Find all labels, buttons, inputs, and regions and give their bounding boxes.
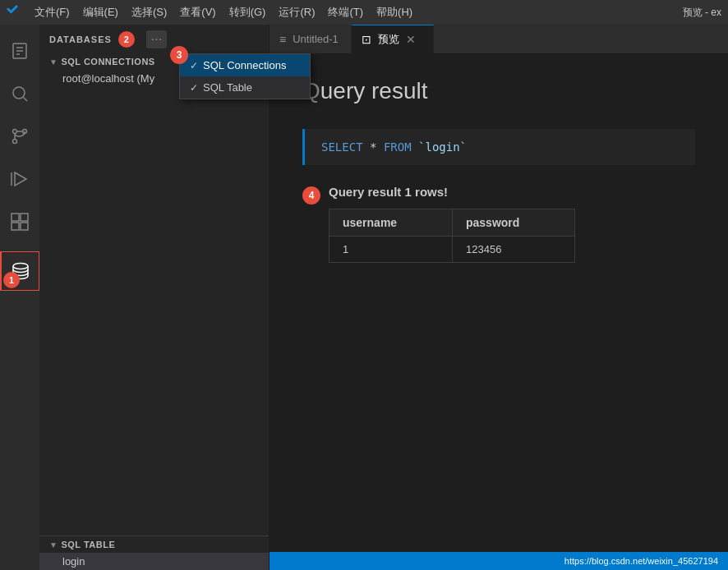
vscode-icon	[7, 4, 20, 21]
activity-explorer[interactable]	[0, 31, 39, 71]
sql-table-name: `login`	[418, 140, 467, 154]
query-result-header: Query result 1 rows!	[329, 185, 575, 199]
query-result-content: Query result 1 rows! username password	[329, 185, 575, 263]
editor-content: Query result SELECT * FROM `login` 4 Que…	[270, 53, 728, 552]
sql-code-box: SELECT * FROM `login`	[302, 129, 695, 165]
tab-preview[interactable]: ⊡ 预览 ✕	[352, 25, 434, 53]
menu-help[interactable]: 帮助(H)	[371, 3, 417, 21]
cell-username: 1	[329, 237, 453, 263]
tab-preview-label: 预览	[378, 32, 399, 47]
svg-rect-14	[21, 223, 28, 230]
svg-rect-13	[12, 223, 19, 230]
activity-database-badge: 1	[3, 272, 20, 288]
activity-bar: 1	[0, 25, 39, 570]
activity-search[interactable]	[0, 74, 39, 113]
sidebar-title: DATABASES	[49, 34, 112, 44]
sql-keyword-select: SELECT	[321, 140, 363, 154]
svg-point-6	[13, 130, 17, 134]
dropdown-item-sql-table[interactable]: ✓ SQL Table	[180, 76, 310, 99]
tab-close-button[interactable]: ✕	[406, 33, 416, 46]
sql-star: *	[370, 140, 384, 154]
sidebar-header-container: DATABASES 2 ··· 3 ✓ SQL Connections ✓	[39, 25, 269, 53]
menu-file[interactable]: 文件(F)	[30, 3, 75, 21]
chevron-connections: ▼	[49, 57, 58, 67]
activity-run[interactable]	[0, 159, 39, 199]
menu-edit[interactable]: 编辑(E)	[78, 3, 123, 21]
table-item-login[interactable]: login	[39, 553, 269, 570]
dropdown-label-sql-connections: SQL Connections	[203, 59, 286, 71]
activity-database[interactable]: 1	[0, 251, 39, 291]
sidebar-header: DATABASES 2 ···	[39, 25, 269, 53]
tab-untitled-label: Untitled-1	[293, 33, 339, 45]
sidebar-badge-2: 2	[118, 31, 135, 48]
tab-untitled-1[interactable]: ≡ Untitled-1	[270, 25, 352, 53]
checkmark-sql-connections: ✓	[190, 60, 198, 71]
table-row: 1 123456	[329, 237, 575, 263]
statusbar: https://blog.csdn.net/weixin_45627194	[270, 552, 728, 570]
menu-select[interactable]: 选择(S)	[127, 3, 172, 21]
content-area: ≡ Untitled-1 ⊡ 预览 ✕ Query result SELECT …	[270, 25, 728, 570]
svg-marker-9	[15, 172, 26, 186]
svg-point-4	[13, 87, 25, 99]
sidebar-bottom: ▼ SQL TABLE login	[39, 536, 269, 570]
menu-bar: 文件(F) 编辑(E) 选择(S) 查看(V) 转到(G) 运行(R) 终端(T…	[30, 3, 417, 21]
tab-untitled-icon: ≡	[279, 33, 286, 46]
sidebar-dropdown-menu: 3 ✓ SQL Connections ✓ SQL Table	[179, 53, 311, 99]
sidebar: DATABASES 2 ··· 3 ✓ SQL Connections ✓	[39, 25, 270, 570]
menu-run[interactable]: 运行(R)	[274, 3, 320, 21]
sql-keyword-from: FROM	[384, 140, 412, 154]
dropdown-label-sql-table: SQL Table	[203, 81, 252, 94]
col-header-password: password	[452, 209, 574, 237]
menu-view[interactable]: 查看(V)	[175, 3, 220, 21]
preview-panel: Query result SELECT * FROM `login` 4 Que…	[270, 53, 728, 297]
checkmark-sql-table: ✓	[190, 82, 198, 94]
svg-point-15	[13, 264, 28, 269]
titlebar: 文件(F) 编辑(E) 选择(S) 查看(V) 转到(G) 运行(R) 终端(T…	[0, 0, 728, 25]
svg-line-5	[24, 98, 28, 102]
sql-table-section[interactable]: ▼ SQL TABLE	[39, 536, 269, 553]
result-table: username password 1 123456	[329, 209, 575, 263]
menu-goto[interactable]: 转到(G)	[224, 3, 271, 21]
sql-table-label: SQL TABLE	[61, 540, 115, 549]
step-badge-3: 3	[170, 46, 188, 64]
svg-point-8	[13, 140, 17, 144]
statusbar-link[interactable]: https://blog.csdn.net/weixin_45627194	[564, 556, 718, 566]
main-layout: 1 DATABASES 2 ··· 3 ✓ SQL Connect	[0, 25, 728, 570]
svg-rect-11	[12, 214, 19, 221]
activity-extensions[interactable]	[0, 202, 39, 241]
tabs-bar: ≡ Untitled-1 ⊡ 预览 ✕	[270, 25, 728, 53]
tab-preview-icon: ⊡	[362, 33, 371, 46]
sql-connections-label: SQL CONNECTIONS	[61, 57, 154, 67]
menu-terminal[interactable]: 终端(T)	[323, 3, 368, 21]
titlebar-right-text: 预览 - ex	[683, 6, 721, 20]
preview-title: Query result	[302, 78, 695, 104]
sidebar-more-button[interactable]: ···	[146, 30, 167, 48]
step-badge-4: 4	[302, 186, 320, 205]
activity-source-control[interactable]	[0, 117, 39, 156]
dropdown-item-sql-connections[interactable]: ✓ SQL Connections	[180, 54, 310, 76]
cell-password: 123456	[452, 237, 574, 263]
col-header-username: username	[329, 209, 453, 237]
chevron-table: ▼	[49, 540, 58, 549]
svg-rect-12	[21, 214, 28, 221]
